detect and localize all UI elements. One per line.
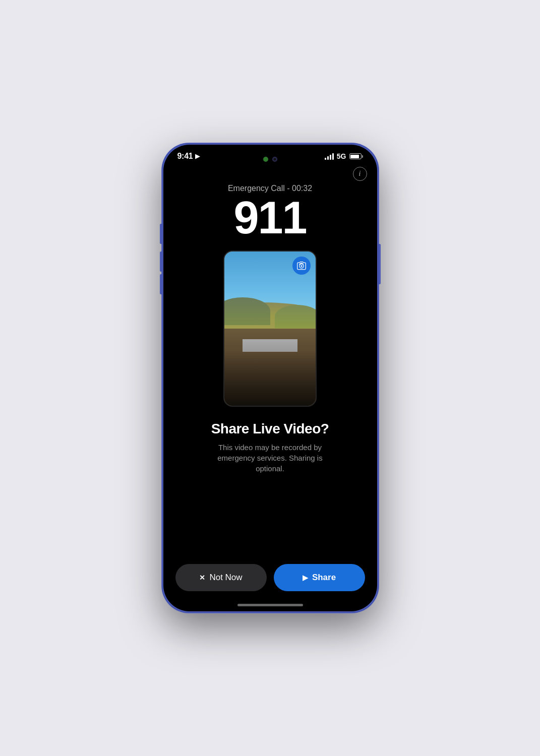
phone-frame: 9:41 ▶ 5G xyxy=(162,143,379,613)
signal-bar-1 xyxy=(325,158,326,160)
share-description: This video may be recorded by emergency … xyxy=(205,442,336,474)
battery-body xyxy=(349,153,362,159)
main-content: i Emergency Call - 00:32 911 xyxy=(163,165,377,611)
scene-road xyxy=(243,339,297,351)
svg-point-0 xyxy=(301,265,302,267)
share-title: Share Live Video? xyxy=(211,421,329,437)
share-button[interactable]: ▶ Share xyxy=(274,564,365,591)
share-label: Share xyxy=(312,573,336,583)
island-camera-dot xyxy=(272,157,277,162)
signal-bar-2 xyxy=(327,156,329,160)
action-buttons: ✕ Not Now ▶ Share xyxy=(163,564,377,591)
info-icon: i xyxy=(359,170,361,178)
dynamic-island xyxy=(240,151,301,168)
battery-indicator xyxy=(349,153,363,159)
location-icon: ▶ xyxy=(195,153,200,160)
island-indicator xyxy=(263,157,268,162)
network-type: 5G xyxy=(337,152,346,160)
signal-strength xyxy=(325,153,334,160)
call-number: 911 xyxy=(233,195,306,240)
not-now-button[interactable]: ✕ Not Now xyxy=(175,564,267,591)
scene-shadow xyxy=(224,352,316,406)
call-label: Emergency Call - 00:32 xyxy=(228,184,312,193)
camera-flip-icon xyxy=(296,261,307,271)
x-icon: ✕ xyxy=(199,574,205,582)
signal-bar-3 xyxy=(330,155,331,160)
battery-tip xyxy=(362,155,363,158)
status-right: 5G xyxy=(325,152,363,160)
status-bar: 9:41 ▶ 5G xyxy=(163,145,377,165)
info-button[interactable]: i xyxy=(353,167,367,181)
signal-bar-4 xyxy=(332,153,334,160)
home-indicator xyxy=(237,604,303,606)
camera-flip-button[interactable] xyxy=(292,257,311,275)
battery-fill xyxy=(350,155,359,158)
not-now-label: Not Now xyxy=(209,573,242,583)
video-preview xyxy=(223,250,317,407)
status-time: 9:41 ▶ xyxy=(177,152,200,161)
clock: 9:41 xyxy=(177,152,193,161)
phone-screen: 9:41 ▶ 5G xyxy=(163,145,377,611)
video-icon: ▶ xyxy=(303,574,308,582)
